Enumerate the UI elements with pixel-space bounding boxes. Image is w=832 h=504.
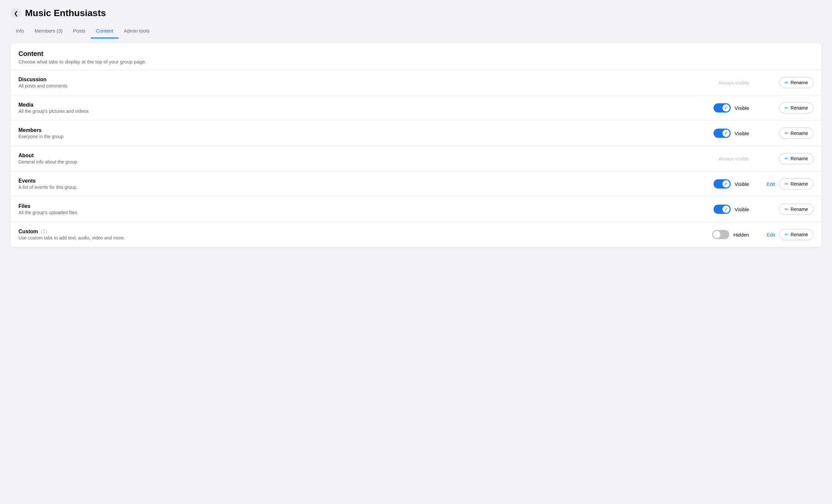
row-events-status-text: Visible xyxy=(734,181,749,187)
row-members-actions: ✏ Rename xyxy=(754,128,813,139)
row-members-toggle-track: ✓ xyxy=(713,129,731,138)
tab-info[interactable]: Info xyxy=(10,24,29,38)
row-media-toggle[interactable]: ✓ xyxy=(713,103,731,112)
row-discussion-rename-label: Rename xyxy=(790,80,808,85)
row-media-toggle-track: ✓ xyxy=(713,103,731,112)
row-files-status: ✓ Visible xyxy=(683,205,749,214)
row-files: Files All the group's uploaded files ✓ V… xyxy=(10,197,822,222)
row-events-rename-label: Rename xyxy=(790,181,808,187)
row-files-sub: All the group's uploaded files xyxy=(19,210,678,215)
page-header: ❮ Music Enthusiasts Info Members (3) Pos… xyxy=(0,0,832,38)
row-discussion: Discussion All posts and comments Always… xyxy=(10,70,822,96)
row-files-toggle[interactable]: ✓ xyxy=(713,205,731,214)
row-events-edit-link[interactable]: Edit xyxy=(766,181,775,187)
row-files-check-icon: ✓ xyxy=(724,207,728,212)
row-files-rename-button[interactable]: ✏ Rename xyxy=(779,204,813,215)
row-custom-status: Hidden xyxy=(683,230,749,239)
row-discussion-sub: All posts and comments xyxy=(19,83,678,88)
row-members-status: ✓ Visible xyxy=(683,129,749,138)
row-media-rename-label: Rename xyxy=(790,105,808,110)
row-custom-toggle-track xyxy=(712,230,729,239)
back-row: ❮ Music Enthusiasts xyxy=(10,8,822,19)
content-section-subtitle: Choose what tabs to display at the top o… xyxy=(19,59,813,64)
row-custom-rename-button[interactable]: ✏ Rename xyxy=(779,229,813,240)
row-discussion-actions: ✏ Rename xyxy=(754,77,813,88)
row-about-title: About xyxy=(19,153,678,159)
row-files-actions: ✏ Rename xyxy=(754,204,813,215)
row-custom-title: Custom (1) xyxy=(19,229,678,235)
row-members-title: Members xyxy=(19,127,678,133)
row-events: Events A list of events for this group. … xyxy=(10,171,822,197)
row-media-title: Media xyxy=(19,102,678,108)
back-button[interactable]: ❮ xyxy=(10,8,21,19)
tab-members[interactable]: Members (3) xyxy=(29,24,68,38)
row-events-status: ✓ Visible xyxy=(683,179,749,188)
row-members-sub: Everyone in the group xyxy=(19,134,678,139)
row-custom-toggle[interactable] xyxy=(712,230,729,239)
row-media-status: ✓ Visible xyxy=(683,103,749,112)
row-files-rename-icon: ✏ xyxy=(785,207,788,212)
tab-content[interactable]: Content xyxy=(91,24,119,38)
tab-admin-tools[interactable]: Admin tools xyxy=(119,24,155,38)
row-media: Media All the group's pictures and video… xyxy=(10,96,822,121)
row-about-rename-button[interactable]: ✏ Rename xyxy=(779,153,813,164)
row-events-toggle-thumb: ✓ xyxy=(722,180,730,187)
row-members-rename-button[interactable]: ✏ Rename xyxy=(779,128,813,139)
row-discussion-rename-icon: ✏ xyxy=(785,80,788,85)
tabs-bar: Info Members (3) Posts Content Admin too… xyxy=(10,24,822,38)
row-media-status-text: Visible xyxy=(734,105,749,111)
row-custom-toggle-thumb xyxy=(713,231,721,238)
row-discussion-info: Discussion All posts and comments xyxy=(19,77,678,88)
row-about-rename-label: Rename xyxy=(790,156,808,161)
row-media-actions: ✏ Rename xyxy=(754,102,813,113)
back-icon: ❮ xyxy=(14,10,18,17)
row-events-rename-button[interactable]: ✏ Rename xyxy=(779,178,813,189)
content-section-title: Content xyxy=(19,50,813,58)
row-members-check-icon: ✓ xyxy=(724,131,728,136)
tab-posts[interactable]: Posts xyxy=(68,24,91,38)
row-files-toggle-thumb: ✓ xyxy=(722,206,730,213)
page-title: Music Enthusiasts xyxy=(25,8,106,19)
row-events-check-icon: ✓ xyxy=(724,182,728,186)
row-discussion-rename-button[interactable]: ✏ Rename xyxy=(779,77,813,88)
row-media-check-icon: ✓ xyxy=(724,106,728,110)
row-events-toggle-track: ✓ xyxy=(713,179,731,188)
row-media-rename-button[interactable]: ✏ Rename xyxy=(779,102,813,113)
row-media-rename-icon: ✏ xyxy=(785,105,788,110)
row-files-toggle-track: ✓ xyxy=(713,205,731,214)
row-custom-edit-link[interactable]: Edit xyxy=(766,232,775,238)
row-about-rename-icon: ✏ xyxy=(785,156,788,161)
row-members-rename-label: Rename xyxy=(790,131,808,136)
row-files-title: Files xyxy=(19,203,678,209)
row-members-rename-icon: ✏ xyxy=(785,131,788,136)
row-events-rename-icon: ✏ xyxy=(785,181,788,187)
row-discussion-title: Discussion xyxy=(19,77,678,83)
row-custom-info: Custom (1) Use custom tabs to add text, … xyxy=(19,229,678,240)
row-custom: Custom (1) Use custom tabs to add text, … xyxy=(10,222,822,247)
row-files-info: Files All the group's uploaded files xyxy=(19,203,678,215)
content-area: Content Choose what tabs to display at t… xyxy=(10,44,822,247)
row-about-sub: General info about the group xyxy=(19,159,678,164)
row-events-title: Events xyxy=(19,178,678,184)
row-about: About General info about the group Alway… xyxy=(10,146,822,171)
row-custom-badge: (1) xyxy=(41,229,47,234)
row-custom-sub: Use custom tabs to add text, audio, vide… xyxy=(19,235,678,240)
row-custom-status-text: Hidden xyxy=(733,232,749,238)
row-members: Members Everyone in the group ✓ Visible … xyxy=(10,121,822,146)
row-media-info: Media All the group's pictures and video… xyxy=(19,102,678,114)
row-about-status: Always visible xyxy=(683,156,749,162)
row-files-rename-label: Rename xyxy=(790,207,808,212)
row-about-status-text: Always visible xyxy=(719,156,749,162)
row-members-toggle[interactable]: ✓ xyxy=(713,129,731,138)
row-events-info: Events A list of events for this group. xyxy=(19,178,678,190)
row-discussion-status-text: Always visible xyxy=(719,80,749,85)
row-events-toggle[interactable]: ✓ xyxy=(713,179,731,188)
row-discussion-status: Always visible xyxy=(683,80,749,85)
row-media-toggle-thumb: ✓ xyxy=(722,104,730,111)
row-events-sub: A list of events for this group. xyxy=(19,185,678,190)
row-custom-actions: Edit ✏ Rename xyxy=(754,229,813,240)
content-header: Content Choose what tabs to display at t… xyxy=(10,44,822,70)
row-custom-rename-label: Rename xyxy=(790,232,808,237)
row-custom-rename-icon: ✏ xyxy=(785,232,788,237)
content-rows: Discussion All posts and comments Always… xyxy=(10,70,822,247)
